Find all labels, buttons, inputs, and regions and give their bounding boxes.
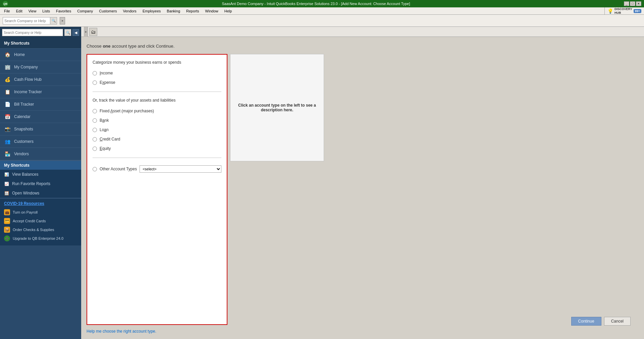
- nav-item-my-company[interactable]: 🏢 My Company: [0, 61, 81, 73]
- nav-label-my-company: My Company: [14, 65, 38, 69]
- sidebar: 🔍 ◀ My Shortcuts 🏠 Home 🏢 My Company 💰 C…: [0, 27, 81, 339]
- my-shortcuts-section: My Shortcuts 📊 View Balances 📈 Run Favor…: [0, 160, 81, 198]
- radio-equity[interactable]: Equity: [93, 146, 221, 152]
- menu-file[interactable]: File: [1, 8, 13, 14]
- nav-label-home: Home: [14, 52, 25, 57]
- nav-item-income-tracker[interactable]: 📋 Income Tracker: [0, 86, 81, 98]
- minimize-button[interactable]: _: [624, 1, 629, 6]
- other-account-select[interactable]: <select>: [140, 165, 221, 173]
- loan-radio-input[interactable]: [93, 128, 97, 132]
- covid-header[interactable]: COVID-19 Resources: [4, 201, 77, 206]
- nav-item-customers[interactable]: 👥 Customers: [0, 135, 81, 148]
- income-radio-input[interactable]: [93, 71, 97, 75]
- panel-expand-button[interactable]: »: [84, 27, 88, 37]
- checks-icon: 📦: [4, 227, 10, 233]
- nav-item-calendar[interactable]: 📅 Calendar: [0, 111, 81, 123]
- expense-radio-input[interactable]: [93, 80, 97, 85]
- nav-label-income-tracker: Income Tracker: [14, 90, 42, 94]
- covid-item-credit-cards[interactable]: 💳 Accept Credit Cards: [4, 217, 77, 225]
- cancel-button[interactable]: Cancel: [604, 317, 631, 326]
- other-account-row: Other Account Types <select>: [93, 165, 221, 173]
- other-radio-label: Other Account Types: [100, 167, 137, 171]
- nav-label-customers: Customers: [14, 139, 34, 144]
- shortcut-run-reports[interactable]: 📈 Run Favorite Reports: [0, 179, 81, 188]
- title-bar: QB SaasAnt Demo Company - Intuit QuickBo…: [0, 0, 644, 7]
- menu-lists[interactable]: Lists: [40, 8, 53, 14]
- nav-item-bill-tracker[interactable]: 📄 Bill Tracker: [0, 98, 81, 111]
- nav-label-cash-flow-hub: Cash Flow Hub: [14, 77, 42, 82]
- radio-credit-card[interactable]: Credit Card: [93, 136, 221, 142]
- menu-window[interactable]: Window: [203, 8, 221, 14]
- toolbar-expand-button[interactable]: »: [60, 17, 65, 24]
- covid-item-upgrade[interactable]: ➕ Upgrade to QB Enterprise 24.0: [4, 234, 77, 243]
- toolbar-search-box[interactable]: 🔍: [3, 17, 57, 24]
- menu-customers[interactable]: Customers: [96, 8, 119, 14]
- toolbar-search-input[interactable]: [3, 19, 50, 23]
- fixed-asset-radio-input[interactable]: [93, 109, 97, 113]
- menu-reports[interactable]: Reports: [183, 8, 202, 14]
- menu-company[interactable]: Company: [74, 8, 96, 14]
- nav-label-snapshots: Snapshots: [14, 127, 33, 131]
- divider-2: [93, 158, 221, 158]
- calendar-icon: 📅: [4, 113, 11, 120]
- discovery-hub[interactable]: 💡 DISCOVERYHUB 99+: [604, 7, 644, 15]
- toolbar-search-button[interactable]: 🔍: [50, 17, 57, 24]
- close-button[interactable]: ✕: [636, 1, 641, 6]
- sidebar-search-area: 🔍 ◀: [0, 27, 81, 38]
- nav-item-snapshots[interactable]: 📸 Snapshots: [0, 123, 81, 135]
- help-link[interactable]: Help me choose the right account type.: [87, 329, 639, 334]
- nav-item-home[interactable]: 🏠 Home: [0, 49, 81, 61]
- radio-expense[interactable]: Expense: [93, 79, 221, 86]
- equity-radio-input[interactable]: [93, 147, 97, 151]
- nav-label-bill-tracker: Bill Tracker: [14, 102, 34, 107]
- radio-loan[interactable]: Loan: [93, 127, 221, 133]
- covid-item-payroll[interactable]: 💼 Turn on Payroll: [4, 208, 77, 217]
- content-top-strip: » 🗂: [81, 27, 644, 37]
- upgrade-icon: ➕: [4, 235, 10, 241]
- bulb-icon: 💡: [607, 8, 613, 14]
- covid-label-upgrade: Upgrade to QB Enterprise 24.0: [13, 236, 63, 240]
- menu-vendors[interactable]: Vendors: [120, 8, 139, 14]
- menu-banking[interactable]: Banking: [164, 8, 183, 14]
- fixed-asset-radio-label: Fixed Asset (major purchases): [100, 109, 154, 113]
- covid-item-checks[interactable]: 📦 Order Checks & Supplies: [4, 225, 77, 234]
- nav-item-vendors[interactable]: 🏪 Vendors: [0, 148, 81, 160]
- bank-radio-input[interactable]: [93, 118, 97, 123]
- menu-favorites[interactable]: Favorites: [53, 8, 74, 14]
- sidebar-search-input[interactable]: [2, 31, 63, 35]
- continue-button[interactable]: Continue: [571, 317, 601, 326]
- menu-view[interactable]: View: [26, 8, 39, 14]
- shortcut-view-balances[interactable]: 📊 View Balances: [0, 170, 81, 179]
- menu-employees[interactable]: Employees: [140, 8, 163, 14]
- credit-cards-icon: 💳: [4, 218, 10, 224]
- covid-label-payroll: Turn on Payroll: [13, 210, 38, 214]
- nav-item-cash-flow-hub[interactable]: 💰 Cash Flow Hub: [0, 73, 81, 86]
- expense-radio-label: Expense: [100, 80, 115, 85]
- radio-fixed-asset[interactable]: Fixed Asset (major purchases): [93, 108, 221, 114]
- radio-income[interactable]: Income: [93, 70, 221, 76]
- description-text: Click an account type on the left to see…: [237, 103, 317, 112]
- credit-card-radio-label: Credit Card: [100, 137, 120, 142]
- window-title: SaasAnt Demo Company - Intuit QuickBooks…: [8, 2, 624, 6]
- shortcut-label-open-windows: Open Windows: [12, 191, 39, 195]
- radio-other[interactable]: Other Account Types: [93, 166, 137, 172]
- income-radio-label: Income: [100, 71, 113, 75]
- content-area: » 🗂 Choose one account type and click Co…: [81, 27, 644, 339]
- nav-label-vendors: Vendors: [14, 152, 29, 156]
- bill-tracker-icon: 📄: [4, 101, 11, 108]
- sidebar-search-button[interactable]: 🔍: [64, 29, 71, 36]
- account-type-panel: Categorize money your business earns or …: [87, 54, 227, 325]
- radio-bank[interactable]: Bank: [93, 117, 221, 123]
- credit-card-radio-input[interactable]: [93, 137, 97, 142]
- menu-help[interactable]: Help: [222, 8, 235, 14]
- sidebar-collapse-button[interactable]: ◀: [72, 29, 79, 36]
- sidebar-search-box[interactable]: [2, 29, 63, 36]
- maximize-button[interactable]: □: [630, 1, 635, 6]
- menu-edit[interactable]: Edit: [13, 8, 25, 14]
- toolbar: 🔍 »: [0, 15, 644, 27]
- other-radio-input[interactable]: [93, 167, 97, 171]
- my-shortcuts-section-header[interactable]: My Shortcuts: [0, 161, 81, 170]
- vendors-icon: 🏪: [4, 151, 11, 157]
- shortcut-open-windows[interactable]: 🪟 Open Windows: [0, 188, 81, 198]
- description-bold: Click an account type on the left to see…: [238, 103, 316, 112]
